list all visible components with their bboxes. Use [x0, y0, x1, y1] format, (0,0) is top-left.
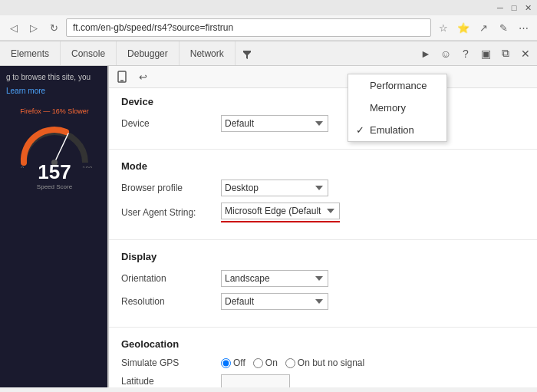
orientation-control: Landscape Portrait	[221, 270, 525, 287]
gps-on-radio[interactable]	[253, 358, 263, 368]
devtools-panel: ↩ Device Device Default Mode Browser pro…	[109, 66, 537, 387]
minimize-button[interactable]: ─	[494, 2, 506, 14]
browser-profile-control: Desktop	[221, 180, 525, 196]
address-bar: ◁ ▷ ↻ ☆ ⭐ ↗ ✎ ⋯	[0, 15, 537, 41]
orientation-label: Orientation	[121, 273, 221, 284]
user-agent-row: User Agent String: Microsoft Edge (Defau…	[121, 203, 525, 222]
resolution-control: Default	[221, 293, 525, 310]
favorites-icon[interactable]: ☆	[436, 20, 451, 35]
console-icon[interactable]: ►	[417, 45, 434, 62]
simulate-gps-label: Simulate GPS	[121, 357, 221, 368]
device-icon[interactable]	[115, 69, 130, 84]
hub-icon[interactable]: ⭐	[456, 20, 471, 35]
reset-icon[interactable]: ↩	[135, 69, 150, 84]
display-section: Display Orientation Landscape Portrait R…	[109, 243, 537, 324]
panel-resize-handle[interactable]	[107, 66, 109, 387]
simulate-gps-row: Simulate GPS Off On On but no signal	[121, 357, 525, 368]
divider-3	[109, 327, 537, 328]
latitude-label: Latitude	[121, 376, 221, 387]
more-icon[interactable]: ⋯	[516, 20, 531, 35]
user-agent-underline	[221, 221, 340, 222]
address-input[interactable]	[66, 18, 431, 37]
gps-on-label[interactable]: On	[253, 357, 278, 368]
resolution-select[interactable]: Default	[221, 293, 328, 310]
speed-sublabel: Speed Score	[6, 183, 103, 190]
browser-profile-label: Browser profile	[121, 183, 221, 193]
mode-section: Mode Browser profile Desktop User Agent …	[109, 153, 537, 236]
menu-item-emulation[interactable]: Emulation	[348, 119, 446, 141]
notes-icon[interactable]: ✎	[496, 20, 511, 35]
more-tabs-button[interactable]	[236, 41, 259, 65]
device-select[interactable]: Default	[221, 115, 328, 132]
smiley-icon[interactable]: ☺	[437, 45, 454, 62]
forward-icon[interactable]: ▷	[26, 20, 41, 35]
tab-console[interactable]: Console	[61, 41, 117, 65]
page-notice: g to browse this site, you	[6, 72, 103, 83]
gps-off-radio[interactable]	[221, 358, 231, 368]
simulate-gps-control: Off On On but no signal	[221, 357, 525, 368]
devtools-tabs: Elements Console Debugger Network ► ☺ ? …	[0, 41, 537, 66]
learn-more-link[interactable]: Learn more	[6, 87, 45, 95]
tab-debugger[interactable]: Debugger	[117, 41, 180, 65]
resolution-row: Resolution Default	[121, 293, 525, 310]
dropdown-menu: Performance Memory Emulation	[348, 74, 447, 142]
user-agent-label: User Agent String:	[121, 207, 221, 218]
dock-icon[interactable]: ▣	[477, 45, 494, 62]
gps-off-label[interactable]: Off	[221, 357, 245, 368]
devtools-close-icon[interactable]: ✕	[517, 45, 534, 62]
browser-page-preview: g to browse this site, you Learn more Fi…	[0, 66, 109, 387]
refresh-icon[interactable]: ↻	[46, 20, 61, 35]
device-field-row: Device Default	[121, 115, 525, 132]
menu-item-memory[interactable]: Memory	[348, 97, 446, 119]
back-icon[interactable]: ◁	[6, 20, 21, 35]
gps-no-signal-radio[interactable]	[285, 358, 295, 368]
display-section-title: Display	[121, 251, 525, 262]
maximize-button[interactable]: □	[508, 2, 520, 14]
geolocation-section-title: Geolocation	[121, 338, 525, 350]
speed-label: Firefox — 16% Slower	[6, 107, 103, 115]
orientation-select[interactable]: Landscape Portrait	[221, 270, 328, 287]
title-bar: ─ □ ✕	[0, 0, 537, 15]
filter-icon	[242, 48, 252, 59]
device-label: Device	[121, 118, 221, 129]
device-section: Device Device Default	[109, 88, 537, 146]
divider-2	[109, 239, 537, 240]
latitude-row: Latitude	[121, 374, 525, 387]
browser-profile-row: Browser profile Desktop	[121, 180, 525, 196]
close-button[interactable]: ✕	[522, 2, 534, 14]
emulation-toolbar: ↩	[109, 66, 537, 88]
geolocation-section: Geolocation Simulate GPS Off On On but n…	[109, 331, 537, 387]
device-section-title: Device	[121, 96, 525, 107]
resolution-label: Resolution	[121, 296, 221, 307]
user-agent-control: Microsoft Edge (Default	[221, 203, 525, 222]
orientation-row: Orientation Landscape Portrait	[121, 270, 525, 287]
user-agent-select[interactable]: Microsoft Edge (Default	[221, 203, 340, 219]
menu-item-performance[interactable]: Performance	[348, 74, 446, 97]
latitude-control	[221, 374, 525, 387]
content-area: g to browse this site, you Learn more Fi…	[0, 66, 537, 387]
divider-1	[109, 149, 537, 150]
mode-section-title: Mode	[121, 160, 525, 172]
svg-line-0	[54, 133, 68, 163]
tab-elements[interactable]: Elements	[0, 41, 61, 65]
popout-icon[interactable]: ⧉	[497, 45, 514, 62]
share-icon[interactable]: ↗	[476, 20, 491, 35]
gps-no-signal-label[interactable]: On but no signal	[285, 357, 364, 368]
browser-profile-select[interactable]: Desktop	[221, 180, 328, 196]
devtools-icons: ► ☺ ? ▣ ⧉ ✕	[414, 41, 537, 65]
svg-text:0: 0	[21, 165, 25, 168]
help-icon[interactable]: ?	[457, 45, 474, 62]
latitude-input[interactable]	[221, 374, 290, 387]
tab-network[interactable]: Network	[180, 41, 236, 65]
svg-text:100: 100	[82, 165, 93, 168]
